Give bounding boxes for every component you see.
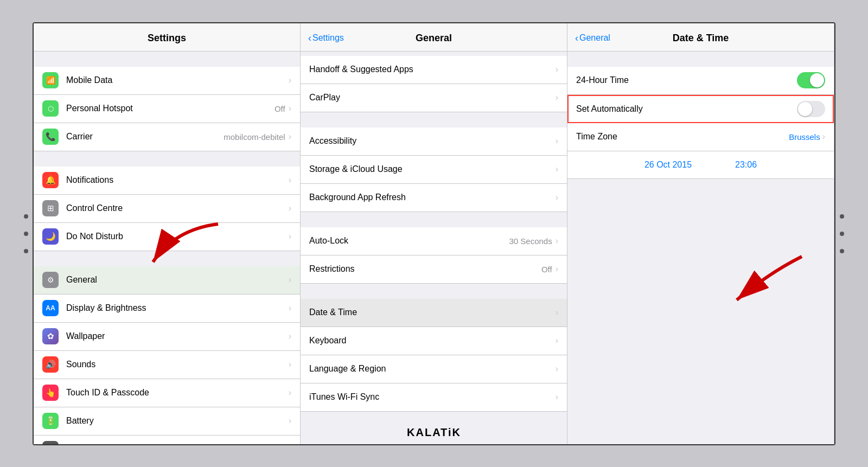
auto-lock-label: Auto-Lock (309, 236, 509, 246)
general-item-auto-lock[interactable]: Auto-Lock 30 Seconds › (301, 227, 567, 255)
settings-item-display-brightness[interactable]: AA Display & Brightness › (34, 295, 300, 323)
back-general-label: General (579, 33, 610, 43)
general-list: Handoff & Suggested Apps › CarPlay › Acc… (301, 52, 567, 444)
carrier-label: Carrier (66, 132, 224, 142)
chevron-icon: › (289, 232, 291, 241)
chevron-icon: › (289, 175, 291, 185)
chevron-icon: › (289, 75, 291, 85)
date-time-label: Date & Time (309, 308, 556, 317)
settings-item-sounds[interactable]: 🔊 Sounds › (34, 351, 300, 379)
settings-title: Settings (148, 33, 186, 44)
do-not-disturb-label: Do Not Disturb (66, 232, 289, 241)
dt-row-24hour: 24-Hour Time (567, 67, 834, 95)
control-centre-icon: ⊞ (42, 200, 59, 216)
back-to-settings[interactable]: ‹ Settings (308, 33, 344, 44)
settings-item-battery[interactable]: 🔋 Battery › (34, 407, 300, 436)
battery-label: Battery (66, 416, 289, 426)
storage-label: Storage & iCloud Usage (309, 164, 556, 174)
settings-item-do-not-disturb[interactable]: 🌙 Do Not Disturb › (34, 223, 300, 251)
chevron-icon: › (289, 132, 291, 142)
dot (840, 232, 844, 236)
settings-item-privacy[interactable]: ✋ Privacy › (34, 436, 300, 444)
left-dots (24, 214, 28, 253)
touch-id-label: Touch ID & Passcode (66, 388, 289, 398)
general-item-handoff[interactable]: Handoff & Suggested Apps › (301, 56, 567, 84)
dt-row-set-auto: Set Automatically (567, 95, 834, 123)
settings-item-touch-id[interactable]: 👆 Touch ID & Passcode › (34, 379, 300, 407)
chevron-icon: › (556, 336, 558, 346)
section-gap (34, 52, 300, 67)
battery-icon: 🔋 (42, 413, 59, 429)
set-auto-toggle[interactable] (797, 101, 825, 117)
section-gap (301, 52, 567, 56)
chevron-icon: › (289, 416, 291, 426)
chevron-icon: › (556, 308, 558, 317)
chevron-icon: › (289, 331, 291, 341)
dt-row-datetime: 26 Oct 2015 23:06 (567, 151, 834, 179)
timezone-value: Brussels (789, 132, 820, 142)
do-not-disturb-icon: 🌙 (42, 228, 59, 245)
settings-header: Settings (34, 23, 300, 52)
general-icon: ⚙ (42, 272, 59, 288)
date-value: 26 Oct 2015 (644, 160, 692, 170)
watermark: KALATiK (407, 426, 461, 439)
section-gap (567, 52, 834, 67)
general-label: General (66, 275, 289, 285)
chevron-icon: › (556, 164, 558, 174)
general-item-date-time[interactable]: Date & Time › (301, 299, 567, 327)
general-item-background-refresh[interactable]: Background App Refresh › (301, 184, 567, 212)
privacy-icon: ✋ (42, 441, 59, 444)
general-header: ‹ Settings General (301, 23, 567, 52)
sounds-icon: 🔊 (42, 356, 59, 373)
dt-row-timezone[interactable]: Time Zone Brussels › (567, 123, 834, 151)
chevron-icon: › (556, 65, 558, 74)
chevron-icon: › (289, 360, 291, 369)
settings-item-carrier[interactable]: 📞 Carrier mobilcom-debitel › (34, 123, 300, 151)
general-title: General (416, 33, 452, 44)
carrier-icon: 📞 (42, 129, 59, 145)
settings-item-mobile-data[interactable]: 📶 Mobile Data › (34, 67, 300, 95)
chevron-icon: › (289, 203, 291, 213)
general-item-keyboard[interactable]: Keyboard › (301, 327, 567, 355)
settings-item-personal-hotspot[interactable]: ⬡ Personal Hotspot Off › (34, 95, 300, 123)
24hour-toggle[interactable] (797, 72, 825, 88)
keyboard-label: Keyboard (309, 336, 556, 346)
chevron-icon: › (289, 275, 291, 285)
sounds-label: Sounds (66, 360, 289, 369)
general-item-language[interactable]: Language & Region › (301, 355, 567, 383)
chevron-icon: › (556, 392, 558, 402)
restrictions-value: Off (541, 265, 552, 274)
wallpaper-label: Wallpaper (66, 331, 289, 341)
section-gap-bottom (567, 179, 834, 194)
dot (24, 249, 28, 253)
background-refresh-label: Background App Refresh (309, 193, 556, 202)
date-time-list: 24-Hour Time Set Automatically Time Zone… (567, 52, 834, 444)
settings-item-wallpaper[interactable]: ✿ Wallpaper › (34, 323, 300, 351)
general-item-itunes[interactable]: iTunes Wi-Fi Sync › (301, 383, 567, 412)
settings-item-control-centre[interactable]: ⊞ Control Centre › (34, 195, 300, 223)
general-item-accessibility[interactable]: Accessibility › (301, 127, 567, 156)
personal-hotspot-value: Off (275, 104, 285, 113)
section-gap (301, 112, 567, 127)
accessibility-label: Accessibility (309, 136, 556, 146)
date-time-panel: ‹ General Date & Time 24-Hour Time Set A… (567, 23, 834, 444)
carplay-label: CarPlay (309, 93, 556, 103)
chevron-icon: › (556, 93, 558, 103)
general-item-storage[interactable]: Storage & iCloud Usage › (301, 156, 567, 184)
touch-id-icon: 👆 (42, 385, 59, 401)
general-item-restrictions[interactable]: Restrictions Off › (301, 255, 567, 284)
mobile-data-label: Mobile Data (66, 75, 289, 85)
settings-panel: Settings 📶 Mobile Data › ⬡ Personal Hots… (34, 23, 301, 444)
general-item-carplay[interactable]: CarPlay › (301, 84, 567, 112)
section-gap (34, 251, 300, 266)
settings-item-general[interactable]: ⚙ General › (34, 266, 300, 295)
personal-hotspot-icon: ⬡ (42, 100, 59, 117)
back-chevron-icon: ‹ (308, 33, 311, 44)
dot (24, 214, 28, 219)
section-gap (301, 284, 567, 299)
display-brightness-icon: AA (42, 300, 59, 316)
display-brightness-label: Display & Brightness (66, 303, 289, 313)
chevron-icon: › (289, 303, 291, 313)
back-to-general[interactable]: ‹ General (575, 33, 610, 44)
settings-item-notifications[interactable]: 🔔 Notifications › (34, 167, 300, 195)
